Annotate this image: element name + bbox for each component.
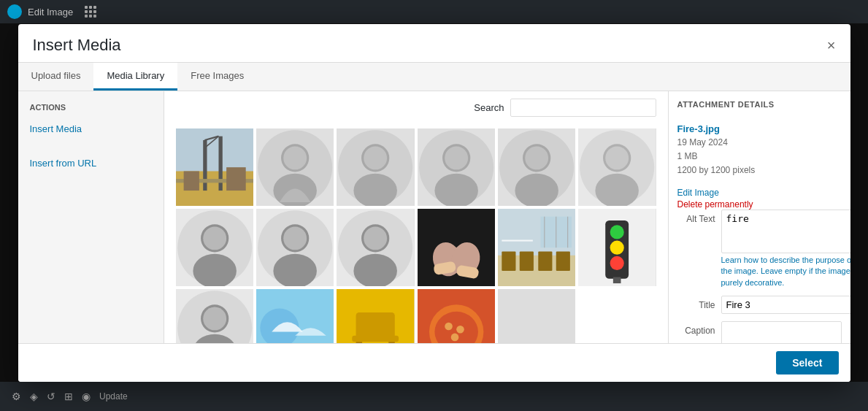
alt-text-label: Alt Text [677, 210, 715, 224]
svg-point-48 [364, 226, 387, 250]
edit-image-link[interactable]: Edit Image [677, 188, 842, 198]
svg-point-67 [610, 225, 624, 239]
alt-text-input[interactable]: fire [721, 210, 850, 253]
media-sidebar: Actions Insert Media Insert from URL [18, 91, 164, 343]
svg-point-88 [456, 326, 464, 334]
media-item-classroom[interactable] [498, 209, 575, 286]
svg-point-42 [273, 254, 317, 287]
svg-point-33 [605, 146, 629, 169]
caption-field-row: Caption [677, 321, 842, 342]
bottom-bar: ⚙ ◈ ↺ ⊞ ◉ Update [0, 382, 868, 411]
top-bar-title: Edit Image [28, 7, 73, 18]
media-item-portrait-5[interactable] [578, 128, 656, 206]
svg-rect-7 [183, 171, 199, 191]
alt-text-help: Learn how to describe the purpose of the… [721, 255, 850, 288]
media-grid [176, 128, 656, 343]
modal-overlay: Insert Media × Upload files Media Librar… [0, 23, 868, 382]
svg-point-17 [354, 173, 398, 206]
alt-text-col: fire Learn how to describe the purpose o… [721, 210, 850, 288]
caption-label: Caption [677, 321, 715, 336]
actions-title: Actions [18, 103, 164, 118]
media-grid-wrapper[interactable] [164, 123, 668, 343]
svg-rect-90 [498, 289, 575, 342]
media-item-yellow-chair[interactable] [337, 289, 414, 342]
grid-icon [85, 6, 96, 18]
media-item-construction[interactable] [176, 128, 253, 206]
svg-point-69 [610, 256, 624, 270]
attachment-actions: Edit Image Delete permanently [677, 188, 842, 210]
svg-point-47 [354, 254, 398, 287]
svg-rect-60 [502, 239, 533, 241]
settings-icon: ⚙ [12, 391, 21, 402]
media-item-portrait-8[interactable] [337, 209, 414, 286]
tab-library[interactable]: Media Library [93, 63, 177, 91]
grid-bottom-icon: ⊞ [64, 391, 73, 402]
media-item-portrait-1[interactable] [256, 128, 334, 206]
search-bar: Search [164, 91, 668, 123]
media-item-portrait-6[interactable] [176, 209, 253, 286]
svg-point-28 [525, 146, 548, 169]
svg-rect-58 [538, 251, 552, 271]
svg-rect-70 [613, 277, 621, 283]
search-input[interactable] [510, 99, 656, 117]
svg-point-89 [450, 334, 458, 342]
modal-tabs: Upload files Media Library Free Images [18, 63, 850, 91]
sidebar-insert-media[interactable]: Insert Media [18, 118, 164, 140]
media-item-food[interactable] [418, 289, 495, 342]
modal-title: Insert Media [33, 36, 121, 55]
wp-logo [7, 4, 22, 19]
tab-free-images[interactable]: Free Images [177, 63, 257, 91]
modal-footer: Select [18, 343, 850, 382]
media-item-portrait-3[interactable] [418, 128, 495, 206]
media-item-feet[interactable] [418, 209, 495, 286]
svg-point-27 [515, 173, 558, 206]
alt-text-field-row: Alt Text fire Learn how to describe the … [677, 210, 842, 288]
svg-rect-49 [418, 209, 495, 286]
tab-upload[interactable]: Upload files [18, 63, 94, 91]
attachment-panel: ATTACHMENT DETAILS [668, 91, 850, 343]
svg-rect-57 [520, 251, 534, 271]
modal-header: Insert Media × [18, 24, 850, 63]
select-button[interactable]: Select [776, 351, 838, 374]
media-item-extra[interactable] [498, 289, 575, 342]
top-bar: Edit Image [0, 0, 868, 23]
modal-close-button[interactable]: × [827, 38, 836, 53]
delete-permanently-link[interactable]: Delete permanently [677, 199, 842, 210]
attachment-filename: Fire-3.jpg [677, 123, 842, 134]
search-label: Search [474, 102, 504, 113]
attachment-filesize: 1 MB [677, 150, 842, 164]
svg-point-18 [364, 146, 387, 169]
media-item-portrait-9[interactable] [176, 289, 253, 342]
svg-rect-83 [388, 342, 395, 343]
caption-input[interactable] [721, 321, 842, 342]
title-field-row: Title [677, 296, 842, 314]
media-item-blue-sky[interactable] [256, 289, 334, 342]
svg-point-32 [596, 173, 640, 206]
media-item-portrait-7[interactable] [256, 209, 334, 286]
attachment-details-title: ATTACHMENT DETAILS [677, 100, 842, 109]
history-icon: ↺ [47, 391, 55, 402]
sidebar-insert-url[interactable]: Insert from URL [18, 152, 164, 174]
svg-rect-56 [502, 251, 515, 271]
svg-point-43 [283, 226, 307, 250]
svg-point-87 [445, 323, 453, 331]
media-main-content: Search [164, 91, 668, 343]
media-item-portrait-2[interactable] [337, 128, 414, 206]
svg-rect-59 [556, 251, 570, 271]
svg-rect-80 [356, 312, 395, 339]
svg-point-22 [434, 173, 478, 206]
attachment-date: 19 May 2024 [677, 136, 842, 150]
media-item-traffic[interactable] [578, 209, 656, 286]
update-button[interactable]: Update [99, 391, 128, 402]
svg-point-37 [193, 254, 237, 287]
title-input[interactable] [721, 296, 850, 314]
media-item-portrait-4[interactable] [498, 128, 575, 206]
svg-point-38 [203, 226, 226, 250]
svg-rect-81 [352, 336, 399, 342]
attachment-dimensions: 1200 by 1200 pixels [677, 164, 842, 177]
modal-body: Actions Insert Media Insert from URL Sea… [18, 91, 850, 343]
eye-icon: ◉ [82, 391, 91, 402]
svg-point-13 [283, 146, 307, 169]
svg-point-68 [610, 240, 624, 254]
svg-rect-8 [226, 167, 246, 191]
